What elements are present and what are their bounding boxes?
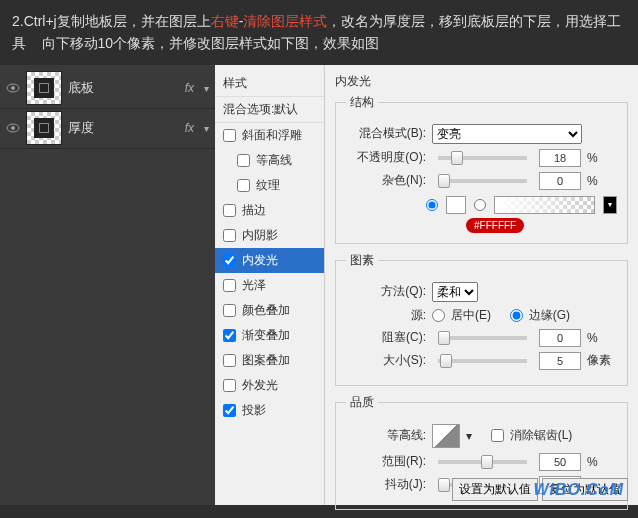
antialias-checkbox[interactable]: [491, 429, 504, 442]
size-value[interactable]: 5: [539, 352, 581, 370]
style-item[interactable]: 渐变叠加: [215, 323, 324, 348]
panel-title: 内发光: [335, 73, 628, 90]
color-hex-tag: #FFFFFF: [466, 218, 524, 233]
source-label: 源:: [346, 307, 426, 324]
style-label: 外发光: [242, 377, 278, 394]
method-select[interactable]: 柔和: [432, 282, 478, 302]
style-item[interactable]: 等高线: [215, 148, 324, 173]
source-edge-radio[interactable]: [510, 309, 523, 322]
styles-list: 样式 混合选项:默认 斜面和浮雕等高线纹理描边内阴影内发光光泽颜色叠加渐变叠加图…: [215, 65, 325, 505]
reset-default-button[interactable]: 复位为默认值: [542, 478, 628, 501]
style-item[interactable]: 光泽: [215, 273, 324, 298]
noise-slider[interactable]: [438, 179, 527, 183]
layers-panel: 底板 fx ▾ 厚度 fx ▾: [0, 65, 215, 505]
layer-name: 厚度: [68, 119, 179, 137]
chevron-down-icon[interactable]: ▾: [204, 123, 209, 134]
style-checkbox[interactable]: [237, 154, 250, 167]
jitter-label: 抖动(J):: [346, 476, 426, 493]
style-checkbox[interactable]: [223, 254, 236, 267]
set-default-button[interactable]: 设置为默认值: [452, 478, 538, 501]
style-checkbox[interactable]: [223, 279, 236, 292]
contour-label: 等高线:: [346, 427, 426, 444]
layer-thumbnail[interactable]: [26, 71, 62, 105]
layer-row[interactable]: 厚度 fx ▾: [0, 109, 215, 149]
style-label: 渐变叠加: [242, 327, 290, 344]
style-item[interactable]: 纹理: [215, 173, 324, 198]
noise-label: 杂色(N):: [346, 172, 426, 189]
size-slider[interactable]: [438, 359, 527, 363]
style-item[interactable]: 投影: [215, 398, 324, 423]
style-label: 光泽: [242, 277, 266, 294]
blend-defaults[interactable]: 混合选项:默认: [215, 96, 324, 123]
inner-glow-panel: 内发光 结构 混合模式(B): 变亮 不透明度(O): 18 % 杂色(N): …: [325, 65, 638, 505]
range-value[interactable]: 50: [539, 453, 581, 471]
svg-point-3: [11, 126, 15, 130]
opacity-value[interactable]: 18: [539, 149, 581, 167]
styles-header: 样式: [215, 71, 324, 96]
choke-slider[interactable]: [438, 336, 527, 340]
contour-dropdown-icon[interactable]: ▾: [466, 429, 472, 443]
style-label: 斜面和浮雕: [242, 127, 302, 144]
style-checkbox[interactable]: [223, 129, 236, 142]
layer-style-dialog: 样式 混合选项:默认 斜面和浮雕等高线纹理描边内阴影内发光光泽颜色叠加渐变叠加图…: [215, 65, 638, 505]
layer-thumbnail[interactable]: [26, 111, 62, 145]
color-gradient-radio[interactable]: [474, 199, 486, 211]
fx-badge[interactable]: fx: [185, 81, 194, 95]
fx-badge[interactable]: fx: [185, 121, 194, 135]
layer-row[interactable]: 底板 fx ▾: [0, 69, 215, 109]
gradient-picker[interactable]: [494, 196, 595, 214]
style-checkbox[interactable]: [223, 329, 236, 342]
style-label: 描边: [242, 202, 266, 219]
source-center-radio[interactable]: [432, 309, 445, 322]
style-item[interactable]: 内发光: [215, 248, 324, 273]
noise-value[interactable]: 0: [539, 172, 581, 190]
gradient-dropdown-icon[interactable]: ▾: [603, 196, 617, 214]
style-label: 颜色叠加: [242, 302, 290, 319]
color-swatch[interactable]: [446, 196, 466, 214]
style-checkbox[interactable]: [223, 404, 236, 417]
style-label: 等高线: [256, 152, 292, 169]
style-label: 内发光: [242, 252, 278, 269]
structure-group: 结构 混合模式(B): 变亮 不透明度(O): 18 % 杂色(N): 0 %: [335, 94, 628, 244]
style-checkbox[interactable]: [223, 304, 236, 317]
range-slider[interactable]: [438, 460, 527, 464]
style-checkbox[interactable]: [223, 229, 236, 242]
style-item[interactable]: 描边: [215, 198, 324, 223]
style-checkbox[interactable]: [223, 379, 236, 392]
blend-mode-label: 混合模式(B):: [346, 125, 426, 142]
style-label: 内阴影: [242, 227, 278, 244]
style-label: 投影: [242, 402, 266, 419]
style-checkbox[interactable]: [223, 354, 236, 367]
elements-group: 图素 方法(Q): 柔和 源: 居中(E) 边缘(G) 阻塞(C): 0 %: [335, 252, 628, 386]
opacity-label: 不透明度(O):: [346, 149, 426, 166]
layer-name: 底板: [68, 79, 179, 97]
style-label: 图案叠加: [242, 352, 290, 369]
style-item[interactable]: 斜面和浮雕: [215, 123, 324, 148]
style-item[interactable]: 颜色叠加: [215, 298, 324, 323]
instruction-text: 2.Ctrl+j复制地板层，并在图层上右键-清除图层样式，改名为厚度层，移到底板…: [0, 0, 638, 65]
style-checkbox[interactable]: [237, 179, 250, 192]
style-item[interactable]: 图案叠加: [215, 348, 324, 373]
style-label: 纹理: [256, 177, 280, 194]
visibility-icon[interactable]: [6, 121, 20, 135]
opacity-slider[interactable]: [438, 156, 527, 160]
range-label: 范围(R):: [346, 453, 426, 470]
blend-mode-select[interactable]: 变亮: [432, 124, 582, 144]
size-label: 大小(S):: [346, 352, 426, 369]
visibility-icon[interactable]: [6, 81, 20, 95]
choke-label: 阻塞(C):: [346, 329, 426, 346]
style-item[interactable]: 外发光: [215, 373, 324, 398]
contour-picker[interactable]: [432, 424, 460, 448]
style-checkbox[interactable]: [223, 204, 236, 217]
color-solid-radio[interactable]: [426, 199, 438, 211]
choke-value[interactable]: 0: [539, 329, 581, 347]
method-label: 方法(Q):: [346, 283, 426, 300]
chevron-down-icon[interactable]: ▾: [204, 83, 209, 94]
svg-point-1: [11, 86, 15, 90]
style-item[interactable]: 内阴影: [215, 223, 324, 248]
